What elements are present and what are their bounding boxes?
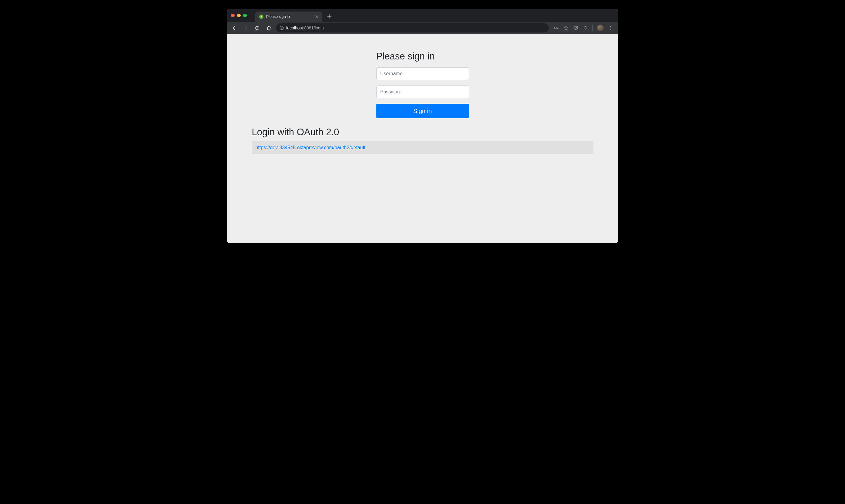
nav-forward-button[interactable] — [241, 24, 250, 32]
table-row: https://dev-334545.oktapreview.com/oauth… — [252, 141, 593, 154]
address-bar[interactable]: localhost:8081/login — [276, 23, 549, 33]
toolbar-right-icons — [552, 24, 615, 31]
spring-favicon-icon — [259, 14, 264, 19]
new-tab-button[interactable] — [325, 12, 333, 21]
toolbar-separator — [592, 25, 593, 31]
svg-point-8 — [610, 29, 611, 30]
search-extension-icon[interactable] — [583, 25, 588, 31]
nav-home-button[interactable] — [264, 24, 273, 32]
window-close-button[interactable] — [231, 14, 235, 17]
url-host: localhost — [286, 25, 303, 30]
browser-window: Please sign in — [227, 9, 618, 243]
tab-bar: Please sign in — [227, 9, 618, 22]
username-input[interactable] — [376, 67, 469, 80]
oauth-providers-table: https://dev-334545.oktapreview.com/oauth… — [252, 141, 593, 154]
menu-kebab-icon[interactable] — [608, 25, 614, 31]
site-info-icon[interactable] — [279, 26, 284, 30]
svg-rect-3 — [281, 28, 282, 29]
page-content: Please sign in Sign in Login with OAuth … — [227, 34, 618, 243]
window-minimize-button[interactable] — [237, 14, 241, 17]
svg-point-4 — [554, 27, 556, 29]
window-controls — [231, 14, 247, 17]
tab-close-button[interactable] — [315, 15, 318, 18]
profile-avatar-button[interactable] — [597, 24, 604, 31]
pocket-icon[interactable] — [573, 25, 579, 31]
browser-tab[interactable]: Please sign in — [255, 12, 322, 22]
signin-heading: Please sign in — [376, 51, 469, 62]
svg-point-7 — [610, 28, 611, 28]
tab-title: Please sign in — [266, 15, 313, 19]
nav-back-button[interactable] — [230, 24, 238, 32]
signin-button[interactable]: Sign in — [376, 104, 469, 118]
oauth-section: Login with OAuth 2.0 https://dev-334545.… — [252, 127, 593, 166]
url-text: localhost:8081/login — [286, 25, 324, 30]
svg-point-5 — [584, 26, 587, 29]
oauth-provider-link[interactable]: https://dev-334545.oktapreview.com/oauth… — [256, 145, 365, 150]
nav-reload-button[interactable] — [253, 24, 261, 32]
svg-point-6 — [610, 26, 611, 27]
key-icon[interactable] — [554, 25, 559, 31]
svg-point-2 — [281, 27, 282, 28]
oauth-heading: Login with OAuth 2.0 — [252, 127, 593, 138]
signin-form: Please sign in Sign in — [376, 34, 469, 118]
bookmark-star-icon[interactable] — [563, 25, 569, 31]
url-path: :8081/login — [303, 25, 324, 30]
browser-chrome: Please sign in — [227, 9, 618, 34]
password-input[interactable] — [376, 86, 469, 98]
window-maximize-button[interactable] — [243, 14, 247, 17]
browser-toolbar: localhost:8081/login — [227, 22, 618, 34]
